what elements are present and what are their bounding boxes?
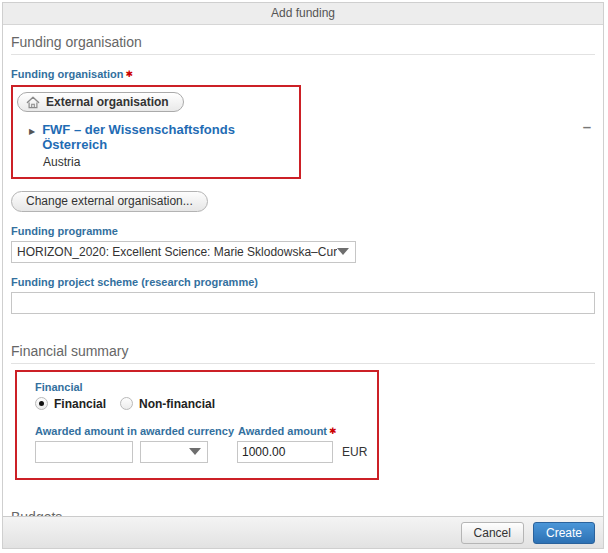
- organisation-name-link[interactable]: FWF – der Wissenschaftsfonds Österreich: [42, 122, 293, 152]
- awarded-amount-input[interactable]: [237, 441, 333, 463]
- chevron-down-icon: [337, 248, 349, 255]
- house-icon: [26, 96, 40, 109]
- external-organisation-tag-label: External organisation: [46, 95, 169, 109]
- dialog-content: Funding organisation Funding organisatio…: [3, 25, 603, 549]
- currency-code-label: EUR: [342, 445, 367, 459]
- expander-triangle-icon[interactable]: ▶: [29, 127, 35, 136]
- cancel-button[interactable]: Cancel: [461, 522, 524, 544]
- financial-radio-group: Financial Non-financial: [35, 397, 377, 411]
- radio-financial[interactable]: Financial: [35, 397, 106, 411]
- funding-project-scheme-label: Funding project scheme (research program…: [11, 276, 595, 289]
- section-heading-financial-summary: Financial summary: [11, 334, 595, 364]
- remove-organisation-icon[interactable]: –: [583, 121, 591, 133]
- dialog-footer: Cancel Create: [3, 516, 603, 548]
- radio-unselected-icon[interactable]: [120, 397, 133, 410]
- financial-label: Financial: [35, 381, 377, 394]
- funding-organisation-highlight-row: External organisation ▶ FWF – der Wissen…: [11, 85, 595, 179]
- radio-non-financial[interactable]: Non-financial: [120, 397, 215, 411]
- chevron-down-icon: [189, 448, 201, 455]
- dialog-title: Add funding: [3, 3, 603, 25]
- currency-select[interactable]: [140, 441, 208, 463]
- funding-programme-select[interactable]: HORIZON_2020: Excellent Science: Marie S…: [11, 241, 356, 263]
- awarded-currency-label: Awarded amount in awarded currency: [35, 425, 238, 438]
- external-organisation-tag[interactable]: External organisation: [17, 92, 184, 112]
- section-heading-funding-organisation: Funding organisation: [11, 25, 595, 55]
- awarded-amount-label: Awarded amount✱: [238, 425, 337, 438]
- financial-summary-highlight-box: Financial Financial Non-financial Awarde…: [15, 370, 379, 480]
- add-funding-dialog: Add funding Funding organisation Funding…: [2, 2, 604, 549]
- funding-programme-selected-value: HORIZON_2020: Excellent Science: Marie S…: [17, 245, 337, 259]
- amount-inputs-row: EUR: [35, 441, 377, 463]
- funding-organisation-highlight-box: External organisation ▶ FWF – der Wissen…: [11, 85, 301, 179]
- funding-programme-label: Funding programme: [11, 225, 595, 238]
- organisation-country: Austria: [43, 155, 293, 169]
- required-marker: ✱: [125, 69, 133, 79]
- required-marker: ✱: [329, 426, 337, 436]
- organisation-row: ▶ FWF – der Wissenschaftsfonds Österreic…: [29, 122, 293, 152]
- awarded-currency-amount-input[interactable]: [35, 441, 133, 463]
- funding-project-scheme-input[interactable]: [11, 292, 595, 314]
- create-button[interactable]: Create: [533, 522, 595, 544]
- change-external-organisation-button[interactable]: Change external organisation...: [11, 191, 208, 212]
- amount-labels-row: Awarded amount in awarded currency Award…: [35, 425, 377, 438]
- radio-selected-icon[interactable]: [35, 397, 48, 410]
- radio-financial-label: Financial: [54, 397, 106, 411]
- radio-non-financial-label: Non-financial: [139, 397, 215, 411]
- funding-organisation-label: Funding organisation✱: [11, 68, 595, 81]
